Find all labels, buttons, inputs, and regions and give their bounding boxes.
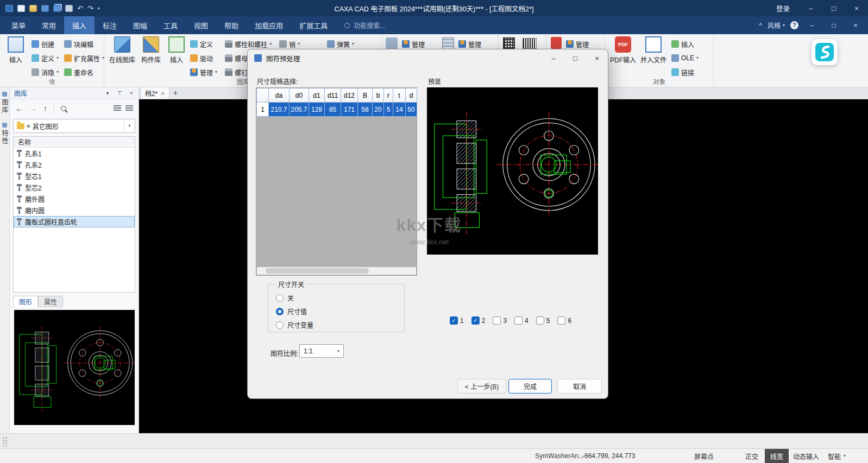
ole-button[interactable]: OLE ▾ [671, 52, 699, 65]
redo-icon[interactable]: ↷ [87, 5, 93, 12]
col-header[interactable]: d [406, 88, 417, 103]
detail-view-icon[interactable] [125, 105, 133, 112]
panel-close-icon[interactable]: × [128, 90, 135, 96]
radio-dim-variable[interactable]: 尺寸变量 [276, 318, 404, 332]
tab-tools[interactable]: 工具 [155, 16, 186, 34]
col-header[interactable]: b [373, 88, 384, 103]
list-item[interactable]: 孔系1 [14, 148, 135, 159]
save-all-icon[interactable] [53, 5, 61, 12]
maximize-button[interactable]: □ [822, 0, 845, 16]
dock-tab-properties[interactable]: 特性 [0, 123, 9, 145]
tab-graphic[interactable]: 图形 [13, 296, 38, 307]
help-icon[interactable]: ? [790, 21, 798, 29]
dialog-maximize-button[interactable]: □ [564, 49, 586, 67]
cell-B[interactable]: 58 [358, 103, 373, 117]
search-icon[interactable] [61, 106, 66, 111]
cell-d12[interactable]: 171 [341, 103, 358, 117]
library-address-bar[interactable]: « 其它图形 ▾ [13, 119, 135, 133]
dialog-title-bar[interactable]: 图符预处理 – □ × [248, 49, 608, 67]
insert-symbol-button[interactable]: 插入 [165, 36, 188, 64]
login-button[interactable]: 登录 [766, 0, 800, 16]
list-item[interactable]: 磨内圆 [14, 205, 135, 216]
cell-d11[interactable]: 85 [325, 103, 341, 117]
view-checkbox-6[interactable]: 6 [557, 316, 571, 325]
col-header[interactable]: da [269, 88, 290, 103]
function-search[interactable]: 功能搜索... [344, 16, 385, 34]
list-view-icon[interactable] [114, 105, 121, 112]
dock-tab-library[interactable]: 图库 [0, 92, 9, 114]
open-file-icon[interactable] [29, 5, 37, 12]
print-icon[interactable] [65, 5, 73, 12]
col-header[interactable]: r [384, 88, 393, 103]
view-checkbox-1[interactable]: ✓ 1 [450, 316, 464, 325]
frame-tool-icon[interactable] [386, 37, 398, 49]
save-icon[interactable] [41, 5, 49, 12]
panel-menu-icon[interactable]: ▾ [104, 90, 111, 96]
snap-mode-select[interactable]: 智能 ▾ [828, 449, 846, 463]
view-checkbox-3[interactable]: 3 [493, 316, 507, 325]
tab-sheet[interactable]: 图幅 [125, 16, 155, 34]
document-tab[interactable]: 档2* × [140, 87, 169, 99]
tab-extended-tools[interactable]: 扩展工具 [291, 16, 336, 34]
col-header[interactable]: d0 [290, 88, 309, 103]
view-checkbox-5[interactable]: 5 [536, 316, 550, 325]
barcode-icon[interactable] [523, 38, 537, 49]
previous-step-button[interactable]: < 上一步(B) [457, 379, 506, 394]
drive-symbol-button[interactable]: 驱动 [190, 52, 213, 65]
dynamic-input-toggle[interactable]: 动态输入 [793, 449, 819, 463]
scrollbar-thumb[interactable] [266, 268, 369, 274]
dialog-close-button[interactable]: × [586, 49, 608, 67]
address-dropdown-button[interactable]: ▾ [124, 119, 135, 132]
col-header[interactable]: t [393, 88, 406, 103]
doc-minimize-button[interactable]: – [804, 20, 820, 31]
symbol-scale-select[interactable]: 1:1 ▾ [299, 344, 344, 358]
forward-button[interactable]: → [29, 104, 37, 113]
line-width-toggle[interactable]: 线宽 [765, 449, 789, 463]
create-block-button[interactable]: 创建 [32, 37, 54, 50]
dialog-minimize-button[interactable]: – [543, 49, 564, 67]
new-file-icon[interactable] [17, 5, 25, 12]
doc-restore-button[interactable]: □ [826, 20, 842, 31]
tab-insert[interactable]: 插入 [64, 16, 95, 34]
minimize-button[interactable]: – [800, 0, 822, 16]
col-header[interactable]: d12 [341, 88, 358, 103]
close-button[interactable]: × [845, 0, 868, 16]
col-header[interactable]: B [358, 88, 373, 103]
new-document-tab-button[interactable]: + [169, 87, 181, 99]
cell-d1[interactable]: 128 [309, 103, 325, 117]
undo-icon[interactable]: ↶ [77, 5, 83, 12]
tab-load-apps[interactable]: 加载应用 [247, 16, 291, 34]
doc-close-button[interactable]: × [847, 20, 864, 31]
cell-r[interactable]: 5 [384, 103, 393, 117]
col-header[interactable]: d1 [309, 88, 325, 103]
tab-attributes[interactable]: 属性 [38, 296, 63, 307]
list-item[interactable]: 孔系2 [14, 159, 135, 170]
merge-file-button[interactable]: 并入文件 [639, 36, 668, 64]
list-item-selected[interactable]: 腹板式圆柱直齿轮 [14, 216, 135, 227]
cancel-button[interactable]: 取消 [557, 379, 602, 394]
define-block-button[interactable]: 定义 ▾ [32, 52, 59, 65]
cell-t[interactable]: 14 [393, 103, 406, 117]
tab-common[interactable]: 常用 [34, 16, 64, 34]
panel-pin-icon[interactable]: ⊤ [116, 90, 123, 96]
col-header[interactable]: d11 [325, 88, 341, 103]
title-block-icon[interactable] [442, 37, 454, 49]
list-item[interactable]: 型芯2 [14, 182, 135, 193]
back-button[interactable]: ← [15, 104, 23, 113]
tab-annotate[interactable]: 标注 [95, 16, 125, 34]
cell-da[interactable]: 210.7 [269, 103, 290, 117]
online-library-button[interactable]: 在线图库 [108, 36, 137, 64]
up-button[interactable]: ↑ [43, 104, 47, 113]
pdf-icon[interactable] [551, 37, 562, 49]
component-library-button[interactable]: 构件库 [138, 36, 164, 64]
list-item[interactable]: 磨外圆 [14, 193, 135, 205]
close-icon[interactable]: × [161, 90, 164, 97]
qr-code-icon[interactable] [503, 37, 515, 49]
horizontal-scrollbar[interactable] [257, 267, 416, 275]
tab-help[interactable]: 帮助 [216, 16, 247, 34]
collapse-ribbon-icon[interactable]: ^ [759, 22, 762, 29]
cell-d0[interactable]: 205.7 [290, 103, 309, 117]
qat-customize-caret-icon[interactable]: ▾ [98, 6, 100, 11]
radio-dim-value[interactable]: 尺寸值 [276, 305, 404, 318]
edit-block-button[interactable]: 块编辑 [64, 37, 93, 50]
